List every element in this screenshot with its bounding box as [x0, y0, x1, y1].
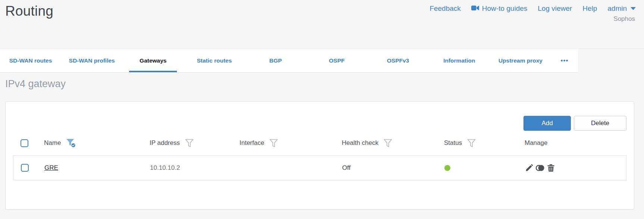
status-up-indicator — [444, 165, 450, 171]
help-label: Help — [582, 4, 597, 13]
header-interface-cell: Interface — [232, 139, 334, 147]
admin-label: admin — [607, 4, 627, 13]
filter-active-icon[interactable] — [66, 139, 76, 148]
tab-ospfv3[interactable]: OSPFv3 — [368, 49, 429, 72]
header-links: Feedback How-to guides Log viewer Help a… — [429, 4, 636, 13]
tabbar: SD-WAN routes SD-WAN profiles Gateways S… — [0, 49, 578, 73]
tab-label: Static routes — [197, 57, 232, 64]
tabs-overflow-button[interactable]: ••• — [551, 49, 578, 72]
tab-label: OSPFv3 — [387, 57, 409, 64]
tab-bgp[interactable]: BGP — [245, 49, 306, 72]
header-name-cell: Name — [37, 139, 142, 148]
log-viewer-label: Log viewer — [538, 4, 572, 13]
tab-static-routes[interactable]: Static routes — [184, 49, 245, 72]
header-right: Feedback How-to guides Log viewer Help a… — [429, 3, 636, 23]
tab-label: SD-WAN routes — [9, 57, 52, 64]
tab-label: OSPF — [329, 57, 345, 64]
caret-down-icon — [631, 7, 636, 10]
filter-icon[interactable] — [384, 139, 392, 147]
column-label-health-check: Health check — [342, 139, 378, 147]
table-header: Name IP address Interface — [13, 131, 626, 155]
clone-icon[interactable] — [536, 165, 545, 171]
delete-button[interactable]: Delete — [574, 116, 626, 131]
tab-ospf[interactable]: OSPF — [306, 49, 368, 72]
help-link[interactable]: Help — [582, 4, 597, 13]
header-manage-cell: Manage — [517, 139, 626, 147]
manage-icons — [525, 164, 554, 172]
feedback-link[interactable]: Feedback — [429, 4, 460, 13]
tab-sd-wan-routes[interactable]: SD-WAN routes — [0, 49, 61, 72]
header-health-check-cell: Health check — [334, 139, 437, 147]
column-label-ip-address: IP address — [150, 139, 180, 147]
header-select-all-cell — [13, 139, 37, 147]
gateway-ip-value: 10.10.10.2 — [150, 164, 180, 172]
page-title: Routing — [5, 3, 53, 19]
log-viewer-link[interactable]: Log viewer — [538, 4, 572, 13]
filter-icon[interactable] — [185, 139, 194, 147]
select-all-checkbox[interactable] — [21, 139, 28, 147]
edit-icon[interactable] — [525, 164, 533, 172]
ellipsis-icon: ••• — [561, 57, 569, 64]
top-header: Routing Feedback How-to guides Log viewe… — [0, 0, 644, 48]
row-ip-cell: 10.10.10.2 — [143, 164, 232, 172]
brand-label: Sophos — [613, 15, 636, 23]
tab-label: BGP — [269, 57, 282, 64]
delete-icon[interactable] — [547, 164, 554, 172]
gateway-name-link[interactable]: GRE — [44, 164, 58, 172]
admin-menu[interactable]: admin — [607, 4, 636, 13]
column-label-name: Name — [44, 139, 61, 147]
column-label-manage: Manage — [525, 139, 547, 147]
main-content: IPv4 gateway Add Delete Name — [0, 77, 644, 210]
column-label-interface: Interface — [240, 139, 264, 147]
row-health-check-cell: Off — [335, 164, 437, 172]
feedback-link-label: Feedback — [429, 4, 460, 13]
ipv4-gateway-panel: Add Delete Name IP address — [5, 101, 634, 210]
tabbar-row: SD-WAN routes SD-WAN profiles Gateways S… — [0, 48, 644, 73]
row-select-cell — [13, 164, 37, 172]
header-ip-cell: IP address — [142, 139, 232, 147]
row-manage-cell — [518, 164, 626, 172]
table-row: GRE 10.10.10.2 Off — [13, 156, 626, 180]
header-status-cell: Status — [437, 139, 517, 147]
table-actions: Add Delete — [13, 116, 626, 131]
tab-gateways[interactable]: Gateways — [122, 49, 184, 72]
section-title: IPv4 gateway — [5, 77, 634, 90]
row-name-cell: GRE — [37, 164, 143, 172]
row-checkbox[interactable] — [21, 164, 29, 172]
tab-information[interactable]: Information — [429, 49, 490, 72]
tab-label: Upstream proxy — [498, 57, 543, 64]
how-to-guides-link[interactable]: How-to guides — [471, 4, 527, 13]
add-button[interactable]: Add — [523, 116, 571, 131]
gateway-health-check-value: Off — [342, 164, 350, 172]
row-status-cell — [437, 165, 518, 171]
tab-label: SD-WAN profiles — [69, 57, 115, 64]
tab-upstream-proxy[interactable]: Upstream proxy — [490, 49, 551, 72]
table-body: GRE 10.10.10.2 Off — [13, 155, 626, 180]
tab-label: Information — [443, 57, 475, 64]
tab-label: Gateways — [140, 57, 166, 64]
tab-sd-wan-profiles[interactable]: SD-WAN profiles — [61, 49, 122, 72]
how-to-guides-label: How-to guides — [482, 4, 527, 13]
video-camera-icon — [471, 4, 479, 13]
column-label-status: Status — [444, 139, 462, 147]
filter-icon[interactable] — [269, 139, 278, 147]
filter-icon[interactable] — [467, 139, 476, 147]
